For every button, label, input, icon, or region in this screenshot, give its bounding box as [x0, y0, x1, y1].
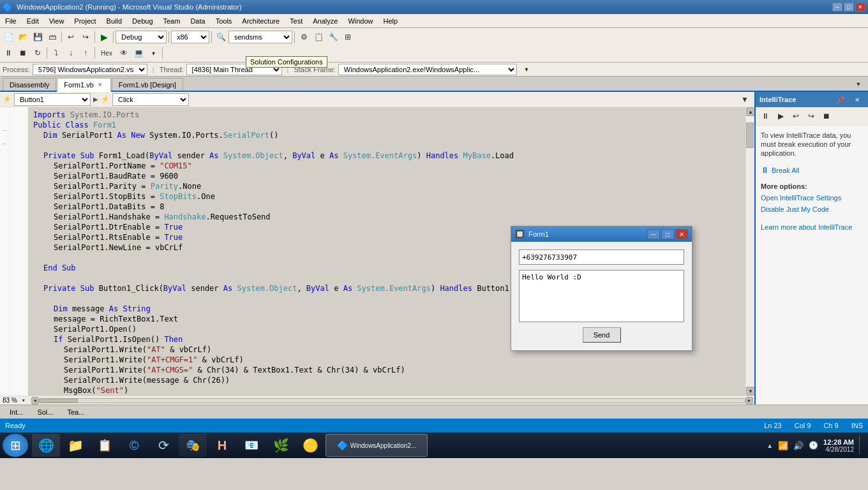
bottom-tab-sol[interactable]: Sol... — [30, 406, 60, 419]
h-scroll-handle[interactable] — [40, 399, 78, 403]
scroll-up-arrow[interactable]: ▲ — [746, 107, 754, 116]
form1-close-button[interactable]: ✕ — [675, 229, 688, 239]
solution-config-dropdown[interactable]: Debug — [116, 31, 167, 43]
phone-input[interactable] — [519, 249, 684, 265]
menu-view[interactable]: View — [44, 14, 70, 27]
menu-architecture[interactable]: Architecture — [237, 14, 285, 27]
more-btn-3[interactable]: 🔧 — [326, 31, 340, 43]
show-hidden-button[interactable]: ▲ — [767, 442, 773, 449]
vertical-scrollbar[interactable]: ▲ ▼ — [745, 107, 754, 396]
intelli-header: IntelliTrace 📌 ✕ — [756, 92, 868, 107]
menu-help[interactable]: Help — [378, 14, 403, 27]
tab-form1design[interactable]: Form1.vb [Design] — [112, 78, 183, 91]
intelli-tool-1[interactable]: ⏸ — [758, 110, 772, 122]
tab-form1vb-close[interactable]: ✕ — [96, 81, 104, 89]
debug-btn-2[interactable]: ⏹ — [16, 47, 30, 59]
menu-project[interactable]: Project — [69, 14, 101, 27]
status-ln: Ln 23 — [764, 422, 782, 429]
tab-form1vb[interactable]: Form1.vb ✕ — [57, 78, 110, 92]
scroll-down-arrow[interactable]: ▼ — [746, 387, 754, 396]
step-out[interactable]: ↑ — [79, 47, 93, 59]
intelli-tool-4[interactable]: ↪ — [804, 110, 818, 122]
intelli-tool-2[interactable]: ▶ — [774, 110, 788, 122]
disable-just-my-link[interactable]: Disable Just My Code — [761, 205, 863, 213]
intelli-close-button[interactable]: ✕ — [850, 93, 864, 106]
taskbar-app6[interactable]: H — [208, 434, 236, 457]
minimize-button[interactable]: ─ — [832, 3, 842, 11]
more-btn-1[interactable]: ⚙ — [297, 31, 311, 43]
find-target-button[interactable]: 🔍 — [214, 31, 228, 43]
intelli-pin-button[interactable]: 📌 — [834, 93, 848, 106]
step-over[interactable]: ⤵ — [49, 47, 63, 59]
scroll-right-arrow[interactable]: ► — [745, 397, 753, 405]
step-into[interactable]: ↓ — [64, 47, 78, 59]
bottom-tab-tea[interactable]: Tea... — [60, 406, 91, 419]
taskbar-app3[interactable]: © — [120, 434, 148, 457]
method-dropdown[interactable]: Click — [112, 93, 189, 106]
menu-test[interactable]: Test — [285, 14, 308, 27]
taskbar-explorer[interactable]: 📁 — [61, 434, 89, 457]
form1-maximize-button[interactable]: □ — [661, 229, 674, 239]
process-dropdown[interactable]: 5796] WindowsApplication2.vsho — [33, 64, 147, 75]
zoom-dropdown-button[interactable]: ▼ — [20, 397, 27, 405]
memory-btn[interactable]: 💻 — [131, 47, 146, 59]
debug-btn-1[interactable]: ⏸ — [1, 47, 15, 59]
menu-tools[interactable]: Tools — [211, 14, 237, 27]
menu-debug[interactable]: Debug — [127, 14, 158, 27]
taskbar-app8[interactable]: 🌿 — [267, 434, 295, 457]
taskbar-app7[interactable]: 📧 — [237, 434, 266, 457]
debug-btn-3[interactable]: ↻ — [31, 47, 45, 59]
menu-analyze[interactable]: Analyze — [308, 14, 343, 27]
open-settings-link[interactable]: Open IntelliTrace Settings — [761, 194, 863, 202]
form1-minimize-button[interactable]: ─ — [647, 229, 660, 239]
scroll-left-arrow[interactable]: ◄ — [31, 397, 39, 405]
thread-dropdown[interactable]: [4836] Main Thread — [186, 64, 282, 75]
watch-btn[interactable]: 👁 — [117, 47, 131, 59]
platform-dropdown[interactable]: x86 — [171, 31, 209, 43]
maximize-button[interactable]: □ — [844, 3, 854, 11]
message-textarea[interactable] — [519, 270, 684, 322]
send-button[interactable]: Send — [583, 327, 621, 343]
expand-code-button[interactable]: ▼ — [738, 93, 752, 106]
taskbar-firefox[interactable]: 🌐 — [32, 434, 60, 457]
menu-team[interactable]: Team — [158, 14, 186, 27]
taskbar-app5[interactable]: 🎭 — [179, 434, 207, 457]
tab-disassembly[interactable]: Disassembly — [3, 78, 56, 91]
close-button[interactable]: ✕ — [855, 3, 865, 11]
menu-build[interactable]: Build — [101, 14, 127, 27]
menu-edit[interactable]: Edit — [22, 14, 44, 27]
start-button[interactable]: ▶ — [97, 31, 111, 43]
menu-data[interactable]: Data — [185, 14, 210, 27]
bottom-tab-intelli[interactable]: Int... — [3, 406, 30, 419]
hex-btn[interactable]: Hex — [97, 47, 116, 59]
start-button[interactable]: ⊞ — [3, 434, 28, 457]
clock[interactable]: 12:28 AM 4/28/2012 — [823, 438, 854, 453]
more-btn-4[interactable]: ⊞ — [341, 31, 355, 43]
save-all-button[interactable]: 🗃 — [45, 31, 59, 43]
stack-dropdown[interactable]: WindowsApplication2.exe!WindowsApplic... — [338, 64, 517, 75]
intelli-tool-3[interactable]: ↩ — [789, 110, 803, 122]
tab-scroll-button[interactable]: ▼ — [851, 78, 865, 91]
undo-button[interactable]: ↩ — [64, 31, 78, 43]
new-project-button[interactable]: 📄 — [1, 31, 15, 43]
save-button[interactable]: 💾 — [31, 31, 45, 43]
class-dropdown[interactable]: Button1 — [14, 93, 91, 106]
stack-nav-button[interactable]: ▼ — [520, 63, 534, 76]
learn-more-link[interactable]: Learn more about IntelliTrace — [761, 223, 863, 231]
scroll-handle[interactable] — [746, 122, 754, 148]
taskbar-notepad[interactable]: 📋 — [91, 434, 119, 457]
open-button[interactable]: 📂 — [16, 31, 30, 43]
thread-btn[interactable]: ▾ — [146, 47, 160, 59]
app7-icon: 📧 — [244, 438, 258, 452]
taskbar-app9[interactable]: 🟡 — [296, 434, 324, 457]
menu-file[interactable]: File — [0, 14, 22, 27]
more-btn-2[interactable]: 📋 — [311, 31, 326, 43]
break-all-button[interactable]: ⏸ Break All — [761, 165, 799, 175]
target-dropdown[interactable]: sendsms — [228, 31, 292, 43]
show-desktop-button[interactable] — [859, 436, 863, 455]
taskbar-vs[interactable]: 🔷 WindowsApplication2... — [326, 434, 428, 457]
intelli-tool-5[interactable]: ⏹ — [819, 110, 834, 122]
menu-window[interactable]: Window — [343, 14, 378, 27]
redo-button[interactable]: ↪ — [79, 31, 93, 43]
taskbar-app4[interactable]: ⟳ — [149, 434, 177, 457]
